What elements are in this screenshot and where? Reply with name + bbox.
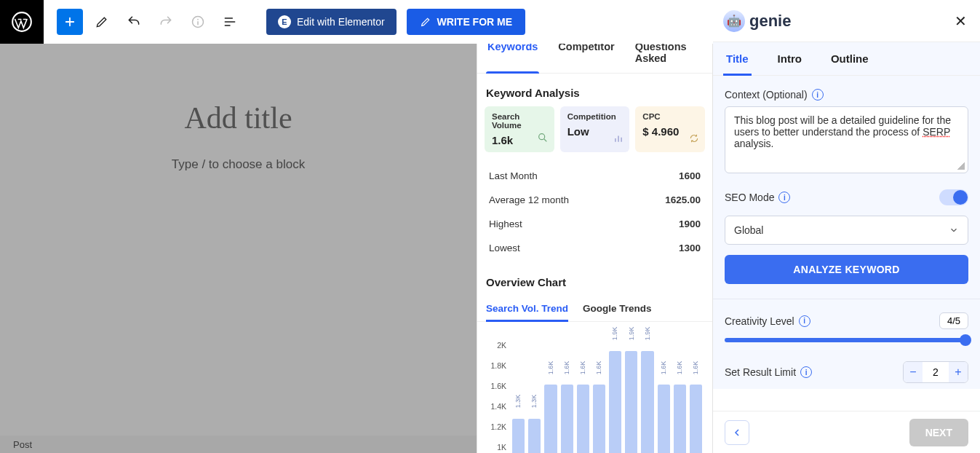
textarea-resize-handle[interactable] — [957, 162, 965, 170]
result-limit-label: Set Result Limit — [725, 366, 796, 378]
seo-mode-row: SEO Mode i — [725, 189, 968, 205]
chart-bar — [512, 419, 525, 453]
chevron-down-icon — [949, 225, 959, 235]
creativity-row: Creativity Level i 4/5 — [725, 312, 968, 342]
seo-mode-label: SEO Mode — [725, 192, 774, 203]
metric-competition: Competition Low — [560, 106, 630, 152]
chart-tab-search-vol[interactable]: Search Vol. Trend — [486, 303, 568, 321]
chart-bars-area: 1.3K1.3K1.6K1.6K1.6K1.6K1.9K1.9K1.9K1.6K… — [509, 339, 705, 453]
info-icon[interactable]: i — [778, 192, 790, 203]
chart-bar — [625, 351, 637, 453]
chart-bar — [577, 385, 589, 453]
search-volume-chart: 2K1.8K1.6K1.4K1.2K1K 1.3K1.3K1.6K1.6K1.6… — [477, 322, 712, 453]
stepper-value[interactable] — [923, 362, 949, 382]
bars-icon — [613, 133, 624, 146]
metric-cpc: CPC $ 4.960 — [635, 106, 705, 152]
chart-tab-google-trends[interactable]: Google Trends — [583, 303, 652, 321]
chart-bar — [609, 351, 621, 453]
keyword-stats-list: Last Month1600 Average 12 month1625.00 H… — [477, 152, 712, 263]
creativity-value-badge: 4/5 — [939, 312, 968, 329]
tab-competitor[interactable]: Competitor — [557, 41, 616, 73]
block-placeholder[interactable]: Type / to choose a block — [0, 157, 477, 172]
block-editor-canvas: Add title Type / to choose a block Post — [0, 44, 477, 453]
redo-button[interactable] — [153, 9, 179, 35]
chart-bar — [593, 385, 605, 453]
chart-bar — [690, 385, 702, 453]
tab-questions[interactable]: Questions Asked — [634, 41, 704, 73]
add-block-button[interactable] — [57, 9, 83, 35]
magnifier-icon — [537, 132, 549, 146]
refresh-icon — [689, 133, 699, 146]
keyword-panel: Keywords Competitor Questions Asked Keyw… — [477, 0, 713, 453]
region-select[interactable]: Global — [725, 216, 968, 245]
tab-intro[interactable]: Intro — [778, 52, 802, 75]
breadcrumb-post[interactable]: Post — [13, 439, 32, 450]
result-limit-row: Set Result Limit i − + — [725, 361, 968, 383]
write-for-me-button[interactable]: WRITE FOR ME — [407, 9, 525, 35]
info-icon[interactable]: i — [800, 366, 812, 378]
stepper-decrement[interactable]: − — [904, 362, 923, 382]
context-label: Context (Optional) i — [725, 89, 968, 101]
metric-search-volume: Search Volume 1.6k — [485, 106, 554, 152]
stat-last-month: Last Month1600 — [489, 164, 701, 188]
info-icon[interactable] — [185, 9, 211, 35]
analyze-keyword-button[interactable]: ANALYZE KEYWORD — [725, 255, 968, 284]
svg-point-3 — [538, 134, 544, 140]
info-icon[interactable]: i — [799, 315, 810, 327]
genie-logo: 🤖 genie — [723, 10, 791, 32]
back-button[interactable] — [725, 420, 749, 445]
genie-tabs: Title Intro Outline — [713, 42, 980, 76]
pencil-icon — [420, 16, 431, 28]
tab-outline[interactable]: Outline — [831, 52, 869, 75]
creativity-label: Creativity Level — [725, 315, 794, 327]
edit-with-elementor-button[interactable]: E Edit with Elementor — [266, 9, 397, 35]
overview-chart-heading: Overview Chart — [477, 263, 712, 296]
outline-icon[interactable] — [217, 9, 243, 35]
chart-bar — [658, 385, 670, 453]
chart-bar — [674, 385, 686, 453]
section-divider — [713, 299, 980, 299]
elementor-badge-icon: E — [278, 15, 291, 28]
stat-lowest: Lowest1300 — [489, 236, 701, 260]
stat-average: Average 12 month1625.00 — [489, 188, 701, 212]
elementor-button-label: Edit with Elementor — [297, 16, 385, 28]
context-textarea[interactable]: This blog post will be a detailed guidel… — [725, 106, 968, 173]
result-limit-stepper[interactable]: − + — [903, 361, 968, 383]
stat-highest: Highest1900 — [489, 212, 701, 236]
chart-bar — [641, 351, 653, 453]
chart-bar — [528, 419, 541, 453]
edit-icon[interactable] — [89, 9, 115, 35]
chart-y-axis: 2K1.8K1.6K1.4K1.2K1K — [485, 339, 509, 453]
svg-point-2 — [197, 19, 199, 20]
tab-keywords[interactable]: Keywords — [486, 41, 539, 73]
genie-footer: NEXT — [713, 411, 980, 453]
genie-body: Context (Optional) i This blog post will… — [713, 76, 980, 389]
editor-status-bar: Post — [0, 436, 477, 453]
genie-mascot-icon: 🤖 — [723, 10, 745, 32]
slider-thumb[interactable] — [960, 334, 971, 346]
creativity-slider[interactable] — [725, 338, 968, 342]
info-icon[interactable]: i — [812, 89, 824, 101]
wordpress-logo[interactable] — [0, 0, 44, 44]
chart-bar — [544, 385, 557, 453]
next-button[interactable]: NEXT — [909, 419, 968, 446]
stepper-increment[interactable]: + — [949, 362, 968, 382]
post-title-input[interactable]: Add title — [0, 101, 477, 135]
write-button-label: WRITE FOR ME — [437, 16, 512, 28]
chart-tabs: Search Vol. Trend Google Trends — [477, 296, 712, 322]
tab-title[interactable]: Title — [726, 52, 749, 75]
undo-button[interactable] — [121, 9, 147, 35]
genie-header: 🤖 genie ✕ — [713, 0, 980, 42]
seo-mode-toggle[interactable] — [939, 189, 968, 205]
chart-bar — [561, 385, 573, 453]
keyword-analysis-heading: Keyword Analysis — [477, 74, 712, 106]
metric-cards: Search Volume 1.6k Competition Low CPC $… — [477, 106, 712, 152]
genie-sidebar: 🤖 genie ✕ Title Intro Outline Context (O… — [713, 0, 980, 453]
close-panel-button[interactable]: ✕ — [952, 9, 970, 33]
